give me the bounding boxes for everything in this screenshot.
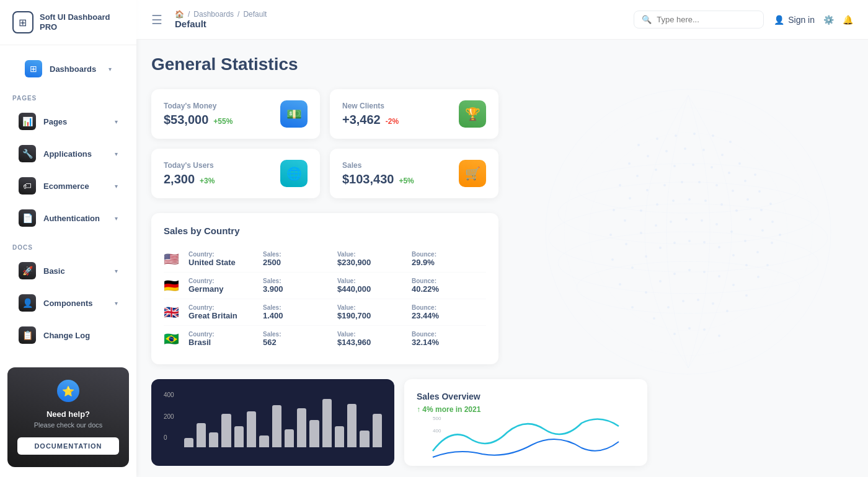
- svg-point-9: [628, 162, 631, 165]
- svg-point-63: [619, 283, 621, 286]
- documentation-button[interactable]: DOCUMENTATION: [17, 437, 119, 455]
- page-title: General Statistics: [151, 55, 853, 74]
- search-input[interactable]: [657, 15, 756, 24]
- stat-icon-users: 🌐: [280, 160, 308, 187]
- overview-subtitle-text: 4% more in 2021: [422, 405, 480, 414]
- svg-text:500: 500: [433, 416, 441, 421]
- menu-toggle-button[interactable]: ☰: [151, 12, 162, 27]
- svg-point-41: [640, 209, 642, 212]
- bar: [234, 426, 244, 447]
- bar: [272, 405, 281, 447]
- svg-point-33: [715, 184, 718, 186]
- svg-point-83: [653, 317, 655, 320]
- country-col-bounce: Bounce: 40.22%: [412, 278, 486, 294]
- svg-point-68: [688, 240, 691, 242]
- country-col-value: Value: $230,900: [337, 251, 412, 267]
- authentication-icon: 📄: [19, 209, 36, 227]
- svg-point-32: [698, 181, 701, 183]
- sidebar-item-changelog[interactable]: 📋 Change Log: [6, 320, 130, 350]
- applications-icon: 🔧: [19, 145, 36, 162]
- svg-text:400: 400: [433, 428, 441, 434]
- notifications-button[interactable]: 🔔: [843, 15, 853, 25]
- svg-point-4: [675, 134, 677, 137]
- svg-point-48: [749, 218, 751, 221]
- stat-info-clients: New Clients +3,462 -2%: [342, 102, 399, 127]
- basic-chevron: ▾: [115, 268, 118, 274]
- signin-button[interactable]: 👤 Sign in: [774, 15, 815, 25]
- svg-point-24: [744, 180, 746, 182]
- svg-point-60: [744, 240, 746, 242]
- sidebar-item-components[interactable]: 👤 Components ▾: [6, 288, 130, 318]
- sidebar-item-authentication[interactable]: 📄 Authentication ▾: [6, 203, 130, 233]
- svg-point-95: [549, 204, 828, 272]
- bar: [209, 432, 218, 447]
- svg-point-50: [771, 242, 773, 244]
- settings-button[interactable]: ⚙️: [823, 15, 834, 25]
- breadcrumb-sep1: /: [188, 10, 190, 19]
- docs-section-label: DOCS: [0, 234, 136, 255]
- svg-point-3: [656, 138, 658, 140]
- country-col-sales: Sales: 1.400: [263, 304, 337, 320]
- sidebar-item-pages[interactable]: 📊 Pages ▾: [6, 107, 130, 136]
- svg-point-16: [754, 173, 756, 176]
- overview-subtitle: ↑ 4% more in 2021: [417, 405, 635, 414]
- svg-point-66: [659, 247, 662, 249]
- svg-point-86: [697, 299, 699, 301]
- svg-point-35: [746, 198, 749, 201]
- search-icon: 🔍: [642, 15, 652, 24]
- svg-point-22: [711, 166, 713, 168]
- breadcrumb: 🏠 / Dashboards / Default Default: [175, 10, 267, 29]
- stat-value-users: 2,300: [164, 172, 195, 186]
- country-col-value: Value: $190,700: [337, 304, 412, 320]
- svg-point-61: [756, 251, 759, 253]
- stat-value-sales: $103,430: [342, 172, 394, 186]
- search-box[interactable]: 🔍: [634, 11, 764, 28]
- flag-br: 🇧🇷: [164, 331, 181, 346]
- svg-point-10: [647, 155, 649, 157]
- sidebar: ⊞ Soft UI Dashboard PRO ⊞ Dashboards ▾ P…: [0, 0, 136, 477]
- svg-point-43: [672, 199, 675, 202]
- svg-point-75: [645, 291, 647, 294]
- svg-point-85: [682, 300, 684, 302]
- svg-point-11: [665, 150, 668, 152]
- bar: [335, 426, 344, 447]
- help-subtitle: Please check our docs: [17, 421, 119, 429]
- svg-point-40: [624, 219, 626, 222]
- country-col-name: Country: Great Britain: [188, 304, 263, 320]
- components-icon: 👤: [19, 294, 36, 312]
- svg-point-81: [732, 284, 735, 286]
- svg-point-17: [619, 184, 621, 186]
- signin-label: Sign in: [788, 15, 815, 25]
- sidebar-item-applications[interactable]: 🔧 Applications ▾: [6, 139, 130, 168]
- dashboards-icon: ⊞: [25, 60, 42, 77]
- svg-point-87: [712, 302, 714, 305]
- svg-point-19: [655, 168, 657, 171]
- svg-point-56: [685, 218, 688, 221]
- topnav-right: 🔍 👤 Sign in ⚙️ 🔔: [634, 11, 853, 28]
- y-axis-labels: 400 200 0: [164, 392, 174, 441]
- ecommerce-label: Ecommerce: [43, 182, 107, 191]
- table-row: 🇧🇷 Country: Brasil Sales: 562 Value: $: [164, 326, 486, 352]
- table-row: 🇩🇪 Country: Germany Sales: 3.900 Value:: [164, 273, 486, 299]
- svg-point-21: [692, 164, 694, 166]
- country-col-name: Country: United State: [188, 251, 263, 267]
- bell-icon: 🔔: [843, 15, 853, 25]
- bar: [247, 411, 256, 448]
- stat-card-money: Today's Money $53,000 +55% 💵: [151, 89, 320, 139]
- svg-point-55: [670, 221, 672, 223]
- svg-point-14: [721, 154, 724, 156]
- svg-point-89: [673, 333, 676, 335]
- stat-change-money: +55%: [213, 117, 232, 126]
- basic-icon: 🚀: [19, 262, 36, 279]
- stats-grid: Today's Money $53,000 +55% 💵 New Clients…: [151, 89, 498, 198]
- stat-icon-sales: 🛒: [459, 160, 486, 187]
- country-col-sales: Sales: 3.900: [263, 278, 337, 294]
- flag-gb: 🇬🇧: [164, 305, 181, 320]
- pages-section-label: PAGES: [0, 85, 136, 105]
- topnav: ☰ 🏠 / Dashboards / Default Default 🔍 👤: [136, 0, 868, 40]
- sidebar-item-dashboards[interactable]: ⊞ Dashboards ▾: [12, 54, 124, 84]
- svg-point-13: [702, 149, 705, 151]
- sidebar-item-ecommerce[interactable]: 🏷 Ecommerce ▾: [6, 171, 130, 201]
- bar: [184, 438, 193, 447]
- sidebar-item-basic[interactable]: 🚀 Basic ▾: [6, 256, 130, 286]
